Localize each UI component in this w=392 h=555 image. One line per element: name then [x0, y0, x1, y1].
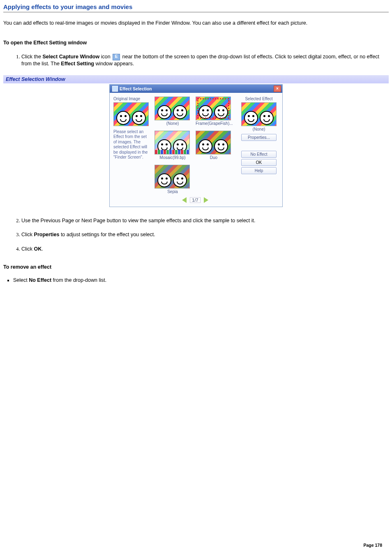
effect-thumb-frame[interactable]	[196, 97, 231, 120]
no-effect-button[interactable]: No Effect	[241, 151, 277, 158]
bul-a: Select	[13, 277, 29, 283]
page-number: Page 178	[363, 543, 382, 548]
step4-b: OK	[34, 246, 42, 252]
bul-b: No Effect	[29, 277, 51, 283]
step3-c: to adjust settings for the effect you se…	[59, 232, 155, 237]
effect-cap-sepia: Sepia	[154, 189, 191, 194]
section-open-header: To open the Effect Setting window	[3, 40, 389, 46]
original-image-thumb	[113, 102, 149, 126]
help-button[interactable]: Help	[241, 167, 277, 174]
next-page-icon[interactable]	[204, 197, 208, 203]
app-icon	[112, 86, 118, 92]
step1-bold-effect: Effect Setting	[61, 61, 94, 67]
step3-b: Properties	[34, 232, 60, 237]
step-3: Click Properties to adjust settings for …	[21, 231, 389, 239]
step1-text-f: window appears.	[94, 61, 134, 67]
prev-page-icon[interactable]	[182, 197, 187, 203]
select-capture-window-icon	[113, 54, 120, 60]
close-icon[interactable]: ×	[274, 85, 281, 92]
selected-effect-cap: (None)	[239, 127, 279, 131]
properties-button[interactable]: Properties...	[241, 134, 277, 141]
step4-a: Click	[21, 246, 34, 252]
figure-caption: Effect Selection Window	[3, 75, 389, 83]
original-image-label: Original Image	[113, 97, 151, 101]
selected-effect-thumb	[241, 102, 277, 126]
dialog-titlebar: Effect Selection ×	[110, 85, 282, 93]
step-4: Click OK.	[21, 245, 389, 253]
step1-bold-select: Select Capture Window	[42, 54, 99, 60]
page-counter: 1/7	[190, 197, 200, 203]
remove-bullet: Select No Effect from the drop-down list…	[13, 277, 389, 283]
dialog-title-text: Effect Selection	[120, 86, 152, 91]
effect-cap-duo: Duo	[196, 155, 232, 160]
selected-effect-label: Selected Effect	[239, 97, 279, 101]
effect-selection-dialog: Effect Selection × Original Image Please…	[109, 84, 283, 207]
intro-paragraph: You can add effects to real-time images …	[3, 20, 389, 27]
step4-c: .	[42, 246, 43, 252]
section-remove-header: To remove an effect	[3, 264, 389, 270]
effect-cap-mosaic: Mosaic(99.bp)	[154, 155, 191, 160]
ok-button[interactable]: OK	[241, 159, 277, 166]
effect-thumb-duo[interactable]	[196, 131, 231, 154]
effect-thumb-none[interactable]	[154, 97, 190, 120]
effect-thumb-mosaic[interactable]	[154, 131, 190, 154]
effect-cap-frame: Frame(GrapeFish)...	[196, 121, 232, 126]
page-title: Applying effects to your images and movi…	[3, 3, 389, 12]
effect-selection-screenshot: Effect Selection × Original Image Please…	[3, 84, 389, 207]
step-2: Use the Previous Page or Next Page butto…	[21, 217, 389, 225]
step3-a: Click	[21, 232, 34, 237]
effect-cap-none: (None)	[154, 121, 191, 126]
pager: 1/7	[154, 197, 236, 203]
step-1: Click the Select Capture Window icon nea…	[21, 53, 389, 68]
step1-text-c: icon	[99, 54, 112, 60]
left-description: Please select an Effect from the set of …	[113, 129, 151, 160]
effect-thumb-sepia[interactable]	[154, 165, 190, 189]
step1-text-a: Click the	[21, 54, 42, 60]
bul-c: from the drop-down list.	[51, 277, 106, 283]
